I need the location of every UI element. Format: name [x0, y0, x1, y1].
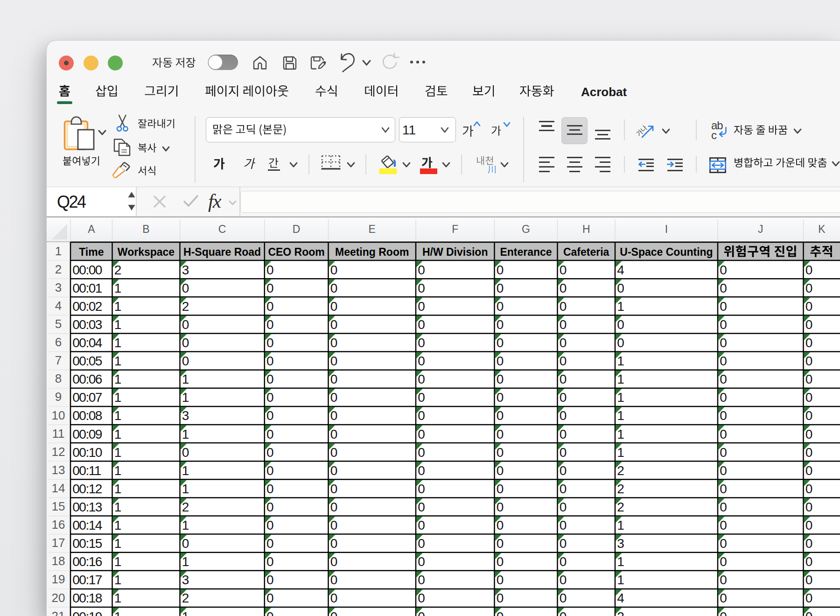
svg-text:0: 0 [805, 317, 813, 332]
svg-text:0: 0 [418, 317, 425, 332]
svg-text:1: 1 [114, 554, 122, 569]
svg-text:0: 0 [330, 445, 338, 460]
svg-text:00:15: 00:15 [72, 536, 102, 551]
svg-text:A: A [88, 223, 95, 235]
svg-text:1: 1 [114, 445, 122, 460]
svg-text:1: 1 [617, 354, 624, 368]
svg-text:0: 0 [805, 390, 813, 405]
svg-text:0: 0 [418, 408, 425, 423]
svg-text:0: 0 [560, 591, 567, 605]
svg-text:21: 21 [52, 609, 65, 616]
svg-text:11: 11 [52, 427, 65, 441]
svg-text:2: 2 [617, 482, 624, 496]
svg-text:12: 12 [52, 445, 65, 459]
svg-text:0: 0 [805, 445, 813, 460]
svg-text:10: 10 [52, 408, 65, 422]
svg-text:0: 0 [330, 372, 338, 386]
svg-text:0: 0 [266, 427, 274, 441]
svg-text:0: 0 [266, 536, 274, 551]
svg-text:0: 0 [720, 336, 727, 350]
svg-text:9: 9 [55, 390, 62, 404]
svg-text:0: 0 [497, 317, 504, 332]
svg-text:0: 0 [330, 336, 338, 350]
svg-text:0: 0 [497, 482, 504, 496]
svg-text:00:10: 00:10 [72, 445, 102, 460]
svg-text:00:01: 00:01 [72, 281, 102, 295]
svg-text:0: 0 [330, 591, 338, 605]
svg-text:0: 0 [497, 281, 504, 295]
svg-text:0: 0 [497, 609, 504, 616]
svg-text:14: 14 [52, 481, 65, 495]
svg-text:0: 0 [330, 573, 338, 587]
svg-text:0: 0 [330, 536, 338, 551]
svg-text:00:13: 00:13 [72, 500, 102, 514]
svg-text:0: 0 [560, 536, 567, 551]
svg-text:4: 4 [617, 263, 624, 277]
svg-text:0: 0 [330, 354, 338, 368]
svg-text:0: 0 [720, 591, 727, 605]
svg-text:1: 1 [617, 390, 624, 405]
svg-text:0: 0 [497, 445, 504, 460]
svg-text:0: 0 [418, 554, 425, 569]
svg-text:1: 1 [114, 427, 122, 441]
svg-text:0: 0 [805, 482, 813, 496]
svg-text:K: K [818, 223, 826, 235]
svg-text:0: 0 [497, 573, 504, 587]
svg-text:0: 0 [720, 445, 727, 460]
svg-text:1: 1 [55, 244, 62, 258]
svg-text:00:05: 00:05 [72, 354, 102, 368]
svg-text:1: 1 [182, 609, 189, 616]
svg-text:0: 0 [805, 263, 813, 277]
svg-text:19: 19 [52, 572, 65, 586]
svg-text:0: 0 [330, 554, 338, 569]
svg-text:0: 0 [560, 518, 567, 532]
svg-text:0: 0 [617, 281, 624, 295]
svg-text:0: 0 [720, 354, 727, 368]
svg-text:0: 0 [266, 554, 274, 569]
svg-text:1: 1 [114, 500, 122, 514]
svg-text:0: 0 [805, 609, 813, 616]
svg-text:0: 0 [266, 591, 274, 605]
svg-text:0: 0 [560, 445, 567, 460]
svg-text:0: 0 [418, 573, 425, 587]
svg-text:0: 0 [418, 536, 425, 551]
svg-text:1: 1 [114, 591, 122, 605]
svg-text:0: 0 [497, 536, 504, 551]
svg-text:1: 1 [617, 372, 624, 386]
svg-text:7: 7 [55, 353, 62, 367]
svg-text:Enterance: Enterance [500, 246, 552, 258]
svg-text:0: 0 [720, 372, 727, 386]
svg-text:0: 0 [805, 354, 813, 368]
svg-text:0: 0 [266, 263, 274, 277]
svg-text:0: 0 [720, 408, 727, 423]
svg-text:0: 0 [266, 336, 274, 350]
svg-text:1: 1 [114, 336, 122, 350]
svg-text:18: 18 [52, 554, 65, 568]
svg-text:0: 0 [418, 518, 425, 532]
svg-text:I: I [665, 223, 668, 235]
svg-text:0: 0 [805, 281, 813, 295]
svg-text:H/W Division: H/W Division [422, 246, 488, 258]
svg-text:0: 0 [720, 518, 727, 532]
svg-text:0: 0 [805, 299, 813, 314]
svg-text:0: 0 [266, 500, 274, 514]
svg-text:0: 0 [330, 518, 338, 532]
svg-text:1: 1 [114, 463, 122, 478]
svg-text:0: 0 [182, 445, 189, 460]
svg-text:00:08: 00:08 [72, 408, 102, 423]
svg-text:H-Square Road: H-Square Road [183, 246, 261, 258]
svg-text:1: 1 [617, 554, 624, 569]
svg-text:00:19: 00:19 [72, 609, 102, 616]
svg-text:0: 0 [497, 518, 504, 532]
svg-text:2: 2 [182, 591, 189, 605]
svg-text:0: 0 [497, 299, 504, 314]
svg-text:00:14: 00:14 [72, 518, 102, 532]
svg-text:1: 1 [114, 299, 122, 314]
svg-text:1: 1 [182, 554, 189, 569]
svg-text:1: 1 [182, 427, 189, 441]
svg-text:00:03: 00:03 [72, 317, 102, 332]
svg-text:3: 3 [182, 573, 189, 587]
svg-text:1: 1 [182, 463, 189, 478]
svg-text:0: 0 [497, 554, 504, 569]
svg-text:0: 0 [560, 408, 567, 423]
